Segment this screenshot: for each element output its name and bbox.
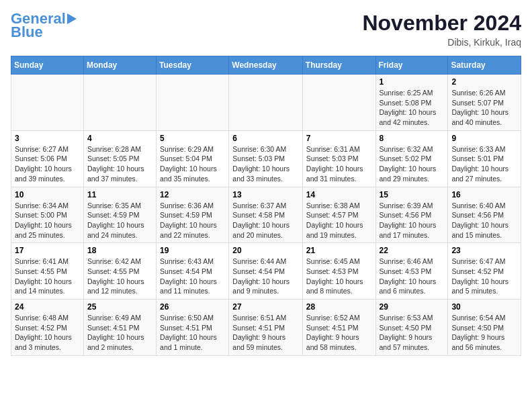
calendar-cell: 6Sunrise: 6:30 AMSunset: 5:03 PMDaylight…	[229, 130, 303, 187]
calendar-cell: 14Sunrise: 6:38 AMSunset: 4:57 PMDayligh…	[302, 187, 375, 243]
calendar-cell	[83, 75, 156, 131]
day-number: 7	[306, 134, 372, 143]
calendar-cell: 2Sunrise: 6:26 AMSunset: 5:07 PMDaylight…	[448, 75, 521, 131]
weekday-header-saturday: Saturday	[448, 56, 521, 75]
calendar-cell: 17Sunrise: 6:41 AMSunset: 4:55 PMDayligh…	[11, 243, 84, 300]
day-info: Sunrise: 6:45 AMSunset: 4:53 PMDaylight:…	[306, 257, 372, 296]
day-info: Sunrise: 6:54 AMSunset: 4:50 PMDaylight:…	[451, 313, 517, 353]
calendar-cell	[302, 75, 375, 131]
day-number: 21	[306, 246, 372, 255]
day-number: 17	[15, 246, 80, 255]
day-info: Sunrise: 6:51 AMSunset: 4:51 PMDaylight:…	[232, 313, 299, 353]
day-info: Sunrise: 6:36 AMSunset: 4:59 PMDaylight:…	[160, 201, 225, 240]
weekday-header-monday: Monday	[83, 56, 156, 75]
calendar-cell: 29Sunrise: 6:53 AMSunset: 4:50 PMDayligh…	[375, 300, 448, 356]
day-number: 24	[15, 302, 80, 312]
calendar-header-row: SundayMondayTuesdayWednesdayThursdayFrid…	[11, 56, 521, 75]
calendar-cell: 1Sunrise: 6:25 AMSunset: 5:08 PMDaylight…	[375, 75, 448, 131]
calendar-cell: 28Sunrise: 6:52 AMSunset: 4:51 PMDayligh…	[302, 300, 375, 356]
day-number: 27	[232, 302, 299, 312]
logo: General Blue	[11, 11, 77, 40]
day-info: Sunrise: 6:28 AMSunset: 5:05 PMDaylight:…	[87, 144, 152, 184]
day-number: 25	[87, 302, 152, 312]
location: Dibis, Kirkuk, Iraq	[362, 37, 521, 48]
day-info: Sunrise: 6:34 AMSunset: 5:00 PMDaylight:…	[15, 201, 80, 240]
weekday-header-wednesday: Wednesday	[229, 56, 303, 75]
weekday-header-tuesday: Tuesday	[157, 56, 229, 75]
calendar-cell: 4Sunrise: 6:28 AMSunset: 5:05 PMDaylight…	[83, 130, 156, 187]
calendar-cell	[157, 75, 229, 131]
day-number: 8	[380, 134, 445, 143]
weekday-header-thursday: Thursday	[302, 56, 375, 75]
calendar-cell: 20Sunrise: 6:44 AMSunset: 4:54 PMDayligh…	[229, 243, 303, 300]
calendar-cell	[229, 75, 303, 131]
day-number: 2	[451, 77, 517, 87]
page-header: General Blue November 2024 Dibis, Kirkuk…	[11, 11, 521, 48]
logo-blue: Blue	[11, 24, 43, 40]
day-number: 18	[87, 246, 152, 255]
calendar-week-4: 17Sunrise: 6:41 AMSunset: 4:55 PMDayligh…	[11, 243, 521, 300]
day-info: Sunrise: 6:32 AMSunset: 5:02 PMDaylight:…	[380, 144, 445, 184]
day-info: Sunrise: 6:50 AMSunset: 4:51 PMDaylight:…	[160, 313, 225, 353]
logo-arrow-icon	[67, 13, 77, 24]
calendar-cell: 26Sunrise: 6:50 AMSunset: 4:51 PMDayligh…	[157, 300, 229, 356]
calendar-cell: 9Sunrise: 6:33 AMSunset: 5:01 PMDaylight…	[448, 130, 521, 187]
weekday-header-sunday: Sunday	[11, 56, 84, 75]
weekday-header-friday: Friday	[375, 56, 448, 75]
calendar-cell: 8Sunrise: 6:32 AMSunset: 5:02 PMDaylight…	[375, 130, 448, 187]
day-number: 23	[451, 246, 517, 255]
day-info: Sunrise: 6:38 AMSunset: 4:57 PMDaylight:…	[306, 201, 372, 240]
day-number: 11	[87, 190, 152, 199]
day-number: 3	[15, 134, 80, 143]
day-number: 12	[160, 190, 225, 199]
day-info: Sunrise: 6:52 AMSunset: 4:51 PMDaylight:…	[306, 313, 372, 353]
day-info: Sunrise: 6:44 AMSunset: 4:54 PMDaylight:…	[232, 257, 299, 296]
day-number: 1	[380, 77, 445, 87]
day-number: 9	[451, 134, 517, 143]
day-info: Sunrise: 6:49 AMSunset: 4:51 PMDaylight:…	[87, 313, 152, 353]
day-info: Sunrise: 6:26 AMSunset: 5:07 PMDaylight:…	[451, 88, 517, 128]
calendar-cell: 11Sunrise: 6:35 AMSunset: 4:59 PMDayligh…	[83, 187, 156, 243]
day-info: Sunrise: 6:40 AMSunset: 4:56 PMDaylight:…	[451, 201, 517, 240]
day-info: Sunrise: 6:37 AMSunset: 4:58 PMDaylight:…	[232, 201, 299, 240]
calendar-cell: 30Sunrise: 6:54 AMSunset: 4:50 PMDayligh…	[448, 300, 521, 356]
day-number: 10	[15, 190, 80, 199]
calendar-cell: 13Sunrise: 6:37 AMSunset: 4:58 PMDayligh…	[229, 187, 303, 243]
calendar-week-5: 24Sunrise: 6:48 AMSunset: 4:52 PMDayligh…	[11, 300, 521, 356]
day-info: Sunrise: 6:42 AMSunset: 4:55 PMDaylight:…	[87, 257, 152, 296]
title-block: November 2024 Dibis, Kirkuk, Iraq	[362, 11, 521, 48]
calendar-cell: 7Sunrise: 6:31 AMSunset: 5:03 PMDaylight…	[302, 130, 375, 187]
calendar-cell	[11, 75, 84, 131]
calendar-cell: 21Sunrise: 6:45 AMSunset: 4:53 PMDayligh…	[302, 243, 375, 300]
day-info: Sunrise: 6:35 AMSunset: 4:59 PMDaylight:…	[87, 201, 152, 240]
day-info: Sunrise: 6:43 AMSunset: 4:54 PMDaylight:…	[160, 257, 225, 296]
calendar-table: SundayMondayTuesdayWednesdayThursdayFrid…	[11, 56, 521, 356]
day-info: Sunrise: 6:53 AMSunset: 4:50 PMDaylight:…	[380, 313, 445, 353]
calendar-cell: 25Sunrise: 6:49 AMSunset: 4:51 PMDayligh…	[83, 300, 156, 356]
calendar-cell: 23Sunrise: 6:47 AMSunset: 4:52 PMDayligh…	[448, 243, 521, 300]
calendar-cell: 24Sunrise: 6:48 AMSunset: 4:52 PMDayligh…	[11, 300, 84, 356]
calendar-cell: 5Sunrise: 6:29 AMSunset: 5:04 PMDaylight…	[157, 130, 229, 187]
calendar-cell: 19Sunrise: 6:43 AMSunset: 4:54 PMDayligh…	[157, 243, 229, 300]
calendar-cell: 27Sunrise: 6:51 AMSunset: 4:51 PMDayligh…	[229, 300, 303, 356]
day-number: 28	[306, 302, 372, 312]
calendar-cell: 10Sunrise: 6:34 AMSunset: 5:00 PMDayligh…	[11, 187, 84, 243]
calendar-week-1: 1Sunrise: 6:25 AMSunset: 5:08 PMDaylight…	[11, 75, 521, 131]
day-number: 16	[451, 190, 517, 199]
day-number: 19	[160, 246, 225, 255]
calendar-cell: 3Sunrise: 6:27 AMSunset: 5:06 PMDaylight…	[11, 130, 84, 187]
day-number: 6	[232, 134, 299, 143]
day-info: Sunrise: 6:33 AMSunset: 5:01 PMDaylight:…	[451, 144, 517, 184]
day-number: 13	[232, 190, 299, 199]
day-number: 22	[380, 246, 445, 255]
day-number: 14	[306, 190, 372, 199]
day-info: Sunrise: 6:31 AMSunset: 5:03 PMDaylight:…	[306, 144, 372, 184]
calendar-cell: 22Sunrise: 6:46 AMSunset: 4:53 PMDayligh…	[375, 243, 448, 300]
calendar-cell: 18Sunrise: 6:42 AMSunset: 4:55 PMDayligh…	[83, 243, 156, 300]
day-info: Sunrise: 6:27 AMSunset: 5:06 PMDaylight:…	[15, 144, 80, 184]
day-info: Sunrise: 6:25 AMSunset: 5:08 PMDaylight:…	[380, 88, 445, 128]
calendar-cell: 12Sunrise: 6:36 AMSunset: 4:59 PMDayligh…	[157, 187, 229, 243]
month-title: November 2024	[362, 11, 521, 36]
day-number: 4	[87, 134, 152, 143]
day-info: Sunrise: 6:48 AMSunset: 4:52 PMDaylight:…	[15, 313, 80, 353]
